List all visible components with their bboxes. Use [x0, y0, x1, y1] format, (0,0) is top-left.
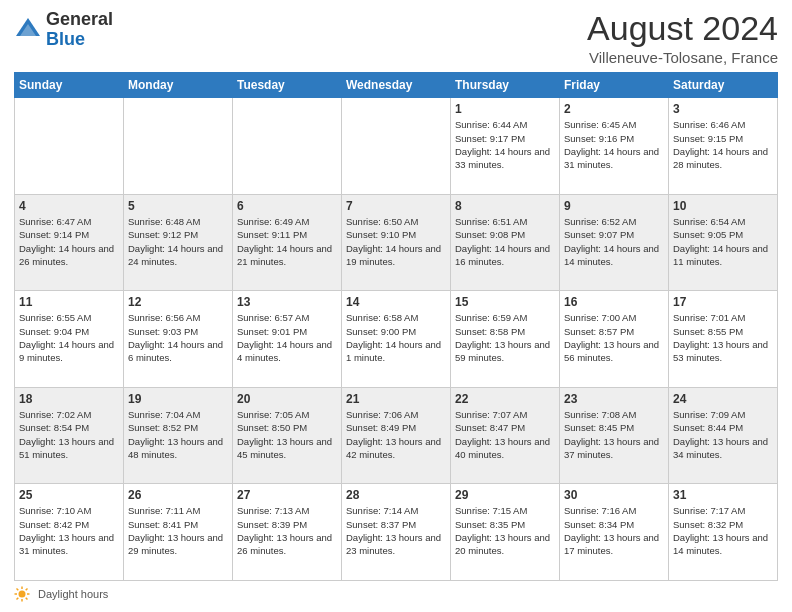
calendar-cell: 13Sunrise: 6:57 AM Sunset: 9:01 PM Dayli…: [233, 291, 342, 388]
month-title: August 2024: [587, 10, 778, 47]
calendar-cell: 5Sunrise: 6:48 AM Sunset: 9:12 PM Daylig…: [124, 194, 233, 291]
day-info: Sunrise: 6:49 AM Sunset: 9:11 PM Dayligh…: [237, 215, 337, 268]
day-info: Sunrise: 7:10 AM Sunset: 8:42 PM Dayligh…: [19, 504, 119, 557]
calendar-cell: 25Sunrise: 7:10 AM Sunset: 8:42 PM Dayli…: [15, 484, 124, 581]
day-number: 1: [455, 102, 555, 116]
logo-blue: Blue: [46, 29, 85, 49]
calendar-cell: 28Sunrise: 7:14 AM Sunset: 8:37 PM Dayli…: [342, 484, 451, 581]
calendar-cell: 30Sunrise: 7:16 AM Sunset: 8:34 PM Dayli…: [560, 484, 669, 581]
day-number: 16: [564, 295, 664, 309]
day-number: 15: [455, 295, 555, 309]
calendar-header-row: SundayMondayTuesdayWednesdayThursdayFrid…: [15, 73, 778, 98]
day-number: 7: [346, 199, 446, 213]
calendar-cell: 10Sunrise: 6:54 AM Sunset: 9:05 PM Dayli…: [669, 194, 778, 291]
calendar-cell: 6Sunrise: 6:49 AM Sunset: 9:11 PM Daylig…: [233, 194, 342, 291]
day-info: Sunrise: 6:57 AM Sunset: 9:01 PM Dayligh…: [237, 311, 337, 364]
day-number: 24: [673, 392, 773, 406]
day-number: 13: [237, 295, 337, 309]
day-info: Sunrise: 6:54 AM Sunset: 9:05 PM Dayligh…: [673, 215, 773, 268]
calendar-cell: [233, 98, 342, 195]
calendar-weekday-header: Saturday: [669, 73, 778, 98]
day-info: Sunrise: 7:02 AM Sunset: 8:54 PM Dayligh…: [19, 408, 119, 461]
day-info: Sunrise: 7:13 AM Sunset: 8:39 PM Dayligh…: [237, 504, 337, 557]
day-info: Sunrise: 7:14 AM Sunset: 8:37 PM Dayligh…: [346, 504, 446, 557]
calendar-cell: 24Sunrise: 7:09 AM Sunset: 8:44 PM Dayli…: [669, 387, 778, 484]
sun-icon: [14, 586, 30, 602]
day-number: 3: [673, 102, 773, 116]
day-number: 2: [564, 102, 664, 116]
day-number: 19: [128, 392, 228, 406]
footer-daylight-label: Daylight hours: [38, 588, 108, 600]
day-info: Sunrise: 6:47 AM Sunset: 9:14 PM Dayligh…: [19, 215, 119, 268]
day-info: Sunrise: 6:51 AM Sunset: 9:08 PM Dayligh…: [455, 215, 555, 268]
day-number: 20: [237, 392, 337, 406]
day-number: 26: [128, 488, 228, 502]
calendar-weekday-header: Sunday: [15, 73, 124, 98]
day-number: 12: [128, 295, 228, 309]
calendar-cell: 7Sunrise: 6:50 AM Sunset: 9:10 PM Daylig…: [342, 194, 451, 291]
page: General Blue August 2024 Villeneuve-Tolo…: [0, 0, 792, 612]
day-number: 25: [19, 488, 119, 502]
calendar-weekday-header: Friday: [560, 73, 669, 98]
day-number: 27: [237, 488, 337, 502]
day-info: Sunrise: 7:15 AM Sunset: 8:35 PM Dayligh…: [455, 504, 555, 557]
calendar-cell: 12Sunrise: 6:56 AM Sunset: 9:03 PM Dayli…: [124, 291, 233, 388]
day-info: Sunrise: 6:55 AM Sunset: 9:04 PM Dayligh…: [19, 311, 119, 364]
day-number: 29: [455, 488, 555, 502]
svg-line-9: [26, 589, 28, 591]
calendar-cell: 8Sunrise: 6:51 AM Sunset: 9:08 PM Daylig…: [451, 194, 560, 291]
day-number: 5: [128, 199, 228, 213]
day-number: 21: [346, 392, 446, 406]
calendar-table: SundayMondayTuesdayWednesdayThursdayFrid…: [14, 72, 778, 581]
day-info: Sunrise: 7:05 AM Sunset: 8:50 PM Dayligh…: [237, 408, 337, 461]
calendar-cell: [15, 98, 124, 195]
calendar-cell: 27Sunrise: 7:13 AM Sunset: 8:39 PM Dayli…: [233, 484, 342, 581]
logo-general: General: [46, 9, 113, 29]
calendar-cell: 1Sunrise: 6:44 AM Sunset: 9:17 PM Daylig…: [451, 98, 560, 195]
calendar-cell: 9Sunrise: 6:52 AM Sunset: 9:07 PM Daylig…: [560, 194, 669, 291]
day-info: Sunrise: 6:46 AM Sunset: 9:15 PM Dayligh…: [673, 118, 773, 171]
day-number: 14: [346, 295, 446, 309]
day-info: Sunrise: 6:44 AM Sunset: 9:17 PM Dayligh…: [455, 118, 555, 171]
day-info: Sunrise: 7:08 AM Sunset: 8:45 PM Dayligh…: [564, 408, 664, 461]
day-info: Sunrise: 7:00 AM Sunset: 8:57 PM Dayligh…: [564, 311, 664, 364]
calendar-cell: 16Sunrise: 7:00 AM Sunset: 8:57 PM Dayli…: [560, 291, 669, 388]
calendar-weekday-header: Monday: [124, 73, 233, 98]
day-info: Sunrise: 6:48 AM Sunset: 9:12 PM Dayligh…: [128, 215, 228, 268]
day-info: Sunrise: 7:06 AM Sunset: 8:49 PM Dayligh…: [346, 408, 446, 461]
calendar-cell: 31Sunrise: 7:17 AM Sunset: 8:32 PM Dayli…: [669, 484, 778, 581]
day-info: Sunrise: 7:11 AM Sunset: 8:41 PM Dayligh…: [128, 504, 228, 557]
day-info: Sunrise: 7:04 AM Sunset: 8:52 PM Dayligh…: [128, 408, 228, 461]
calendar-cell: 19Sunrise: 7:04 AM Sunset: 8:52 PM Dayli…: [124, 387, 233, 484]
svg-line-8: [26, 598, 28, 600]
calendar-weekday-header: Wednesday: [342, 73, 451, 98]
day-number: 6: [237, 199, 337, 213]
logo-text: General Blue: [46, 10, 113, 50]
day-info: Sunrise: 6:45 AM Sunset: 9:16 PM Dayligh…: [564, 118, 664, 171]
day-info: Sunrise: 6:58 AM Sunset: 9:00 PM Dayligh…: [346, 311, 446, 364]
day-info: Sunrise: 7:16 AM Sunset: 8:34 PM Dayligh…: [564, 504, 664, 557]
logo: General Blue: [14, 10, 113, 50]
calendar-week-row: 1Sunrise: 6:44 AM Sunset: 9:17 PM Daylig…: [15, 98, 778, 195]
day-info: Sunrise: 6:59 AM Sunset: 8:58 PM Dayligh…: [455, 311, 555, 364]
day-number: 23: [564, 392, 664, 406]
day-info: Sunrise: 7:01 AM Sunset: 8:55 PM Dayligh…: [673, 311, 773, 364]
calendar-week-row: 4Sunrise: 6:47 AM Sunset: 9:14 PM Daylig…: [15, 194, 778, 291]
day-info: Sunrise: 7:09 AM Sunset: 8:44 PM Dayligh…: [673, 408, 773, 461]
calendar-cell: 15Sunrise: 6:59 AM Sunset: 8:58 PM Dayli…: [451, 291, 560, 388]
calendar-week-row: 18Sunrise: 7:02 AM Sunset: 8:54 PM Dayli…: [15, 387, 778, 484]
day-number: 28: [346, 488, 446, 502]
header: General Blue August 2024 Villeneuve-Tolo…: [14, 10, 778, 66]
location: Villeneuve-Tolosane, France: [587, 49, 778, 66]
calendar-cell: 29Sunrise: 7:15 AM Sunset: 8:35 PM Dayli…: [451, 484, 560, 581]
day-number: 22: [455, 392, 555, 406]
day-info: Sunrise: 6:56 AM Sunset: 9:03 PM Dayligh…: [128, 311, 228, 364]
calendar-cell: [342, 98, 451, 195]
calendar-cell: 22Sunrise: 7:07 AM Sunset: 8:47 PM Dayli…: [451, 387, 560, 484]
calendar-weekday-header: Thursday: [451, 73, 560, 98]
svg-point-2: [19, 591, 26, 598]
day-number: 9: [564, 199, 664, 213]
day-number: 4: [19, 199, 119, 213]
day-number: 30: [564, 488, 664, 502]
day-number: 31: [673, 488, 773, 502]
